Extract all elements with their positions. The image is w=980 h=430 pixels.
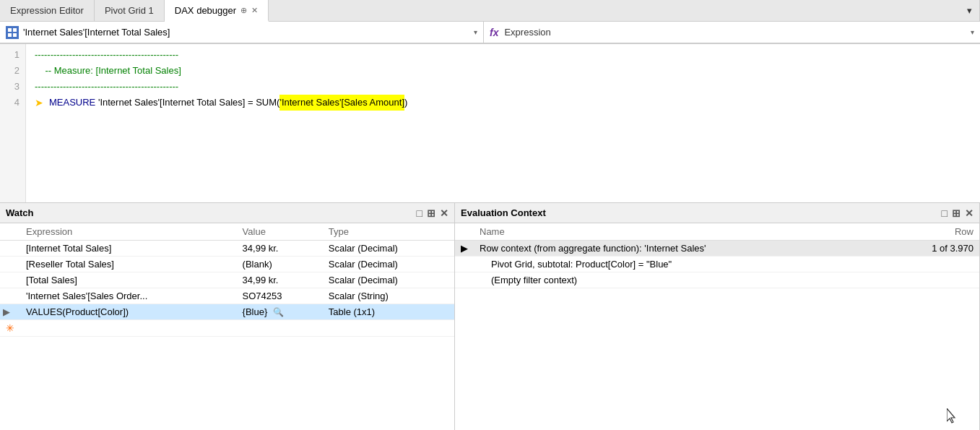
tab-spacer — [269, 0, 960, 21]
watch-row-selected[interactable]: ▶ VALUES(Product[Color]) {Blue} 🔍 Table … — [0, 304, 454, 320]
search-icon[interactable]: 🔍 — [273, 307, 284, 317]
code-editor-area: 1 2 3 4 --------------------------------… — [0, 44, 980, 203]
code-line-1: ----------------------------------------… — [35, 47, 971, 63]
svg-rect-3 — [13, 33, 17, 37]
eval-row-row — [907, 257, 979, 272]
col-value-header: Value — [237, 223, 323, 241]
eval-row-1: ▶ Row context (from aggregate function):… — [455, 241, 979, 257]
watch-pane-header: Watch □ ⊞ ✕ — [0, 203, 454, 223]
watch-pane: Watch □ ⊞ ✕ Expression Value Type — [0, 203, 455, 430]
watch-pin-icon[interactable]: ⊞ — [427, 207, 435, 219]
row-expander — [0, 288, 20, 304]
dropdown-arrow-icon[interactable]: ▾ — [474, 28, 477, 36]
watch-row: 'Internet Sales'[Sales Order... SO74253 … — [0, 288, 454, 304]
tab-label: DAX debugger — [175, 5, 236, 16]
tab-label: Expression Editor — [10, 5, 84, 16]
eval-col-name: Name — [474, 223, 907, 241]
expr-dropdown-arrow[interactable]: ▾ — [971, 28, 974, 36]
new-row-indicator: ✳ — [0, 320, 20, 337]
eval-row-row — [907, 272, 979, 288]
row-expander — [0, 241, 20, 257]
eval-row-name: Pivot Grid, subtotal: Product[Color] = "… — [474, 257, 907, 272]
close-icon[interactable]: ✕ — [251, 6, 258, 15]
row-value: {Blue} 🔍 — [237, 304, 323, 320]
watch-new-row[interactable]: ✳ — [0, 320, 454, 337]
measure-value: 'Internet Sales'[Internet Total Sales] — [23, 27, 170, 38]
watch-table: Expression Value Type [Internet Total Sa… — [0, 223, 454, 430]
row-value: (Blank) — [237, 257, 323, 272]
svg-rect-0 — [8, 28, 12, 32]
watch-title: Watch — [6, 207, 417, 218]
eval-row-name: (Empty filter context) — [474, 272, 907, 288]
eval-row-expander-empty — [455, 272, 474, 288]
col-expander-header — [0, 223, 20, 241]
tab-dax-debugger[interactable]: DAX debugger ⊕ ✕ — [165, 0, 269, 22]
new-row-value — [237, 320, 323, 337]
row-type: Scalar (Decimal) — [323, 257, 454, 272]
grid-icon — [6, 26, 19, 39]
eval-table: Name Row ▶ Row context (from aggregate f… — [455, 223, 979, 430]
tab-label: Pivot Grid 1 — [105, 5, 154, 16]
eval-col-row: Row — [907, 223, 979, 241]
eval-pane-header: Evaluation Context □ ⊞ ✕ — [455, 203, 979, 223]
watch-row: [Internet Total Sales] 34,99 kr. Scalar … — [0, 241, 454, 257]
watch-header-icons: □ ⊞ ✕ — [417, 207, 448, 219]
eval-pane: Evaluation Context □ ⊞ ✕ Name Row — [455, 203, 980, 430]
eval-row-expander[interactable]: ▶ — [455, 241, 474, 257]
eval-row-expander-empty — [455, 257, 474, 272]
eval-maximize-icon[interactable]: □ — [942, 207, 948, 219]
col-type-header: Type — [323, 223, 454, 241]
eval-close-icon[interactable]: ✕ — [965, 207, 974, 219]
top-dropdowns: 'Internet Sales'[Internet Total Sales] ▾… — [0, 22, 980, 44]
svg-rect-1 — [13, 28, 17, 32]
svg-rect-2 — [8, 33, 12, 37]
tab-pivot-grid[interactable]: Pivot Grid 1 — [95, 0, 165, 21]
line-numbers: 1 2 3 4 — [0, 44, 26, 202]
code-line-4: ➤ MEASURE 'Internet Sales'[Internet Tota… — [35, 95, 971, 111]
code-line-2: -- Measure: [Internet Total Sales] — [35, 63, 971, 79]
bottom-area: Watch □ ⊞ ✕ Expression Value Type — [0, 203, 980, 430]
eval-col-expander — [455, 223, 474, 241]
arrow-indicator: ➤ — [35, 95, 43, 111]
eval-row-row: 1 of 3.970 — [907, 241, 979, 257]
watch-maximize-icon[interactable]: □ — [417, 207, 422, 219]
tab-chevron[interactable]: ▾ — [960, 0, 980, 21]
row-type: Table (1x1) — [323, 304, 454, 320]
row-expander — [0, 257, 20, 272]
expression-label: Expression — [504, 27, 971, 38]
expression-toolbar: fx Expression ▾ — [484, 22, 980, 43]
row-type: Scalar (Decimal) — [323, 241, 454, 257]
row-expander-expand[interactable]: ▶ — [0, 304, 20, 320]
measure-dropdown[interactable]: 'Internet Sales'[Internet Total Sales] ▾ — [0, 22, 484, 43]
watch-close-icon[interactable]: ✕ — [440, 207, 448, 219]
row-expression: [Internet Total Sales] — [20, 241, 237, 257]
row-value: 34,99 kr. — [237, 241, 323, 257]
eval-title: Evaluation Context — [461, 207, 942, 218]
tab-expression-editor[interactable]: Expression Editor — [0, 0, 95, 21]
new-row-expr[interactable] — [20, 320, 237, 337]
code-line-3: ----------------------------------------… — [35, 79, 971, 95]
eval-row-name: Row context (from aggregate function): '… — [474, 241, 907, 257]
fx-icon: fx — [490, 27, 498, 38]
row-expression: [Reseller Total Sales] — [20, 257, 237, 272]
row-expression: 'Internet Sales'[Sales Order... — [20, 288, 237, 304]
row-expression: VALUES(Product[Color]) — [20, 304, 237, 320]
eval-row-2: Pivot Grid, subtotal: Product[Color] = "… — [455, 257, 979, 272]
watch-row: [Total Sales] 34,99 kr. Scalar (Decimal) — [0, 272, 454, 288]
eval-pane-wrapper: Evaluation Context □ ⊞ ✕ Name Row — [455, 203, 980, 430]
code-content[interactable]: ----------------------------------------… — [26, 44, 980, 202]
pin-icon[interactable]: ⊕ — [240, 6, 247, 15]
row-type: Scalar (Decimal) — [323, 272, 454, 288]
row-expression: [Total Sales] — [20, 272, 237, 288]
row-type: Scalar (String) — [323, 288, 454, 304]
row-expander — [0, 272, 20, 288]
row-value: 34,99 kr. — [237, 272, 323, 288]
col-expression-header: Expression — [20, 223, 237, 241]
tab-bar: Expression Editor Pivot Grid 1 DAX debug… — [0, 0, 980, 22]
eval-header-icons: □ ⊞ ✕ — [942, 207, 974, 219]
new-row-type — [323, 320, 454, 337]
row-value: SO74253 — [237, 288, 323, 304]
eval-row-3: (Empty filter context) — [455, 272, 979, 288]
eval-pin-icon[interactable]: ⊞ — [952, 207, 961, 219]
watch-row: [Reseller Total Sales] (Blank) Scalar (D… — [0, 257, 454, 272]
